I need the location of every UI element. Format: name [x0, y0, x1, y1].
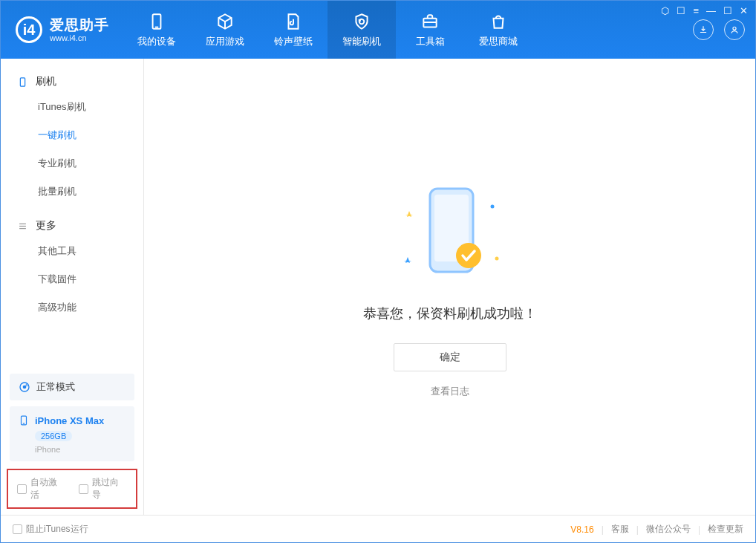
svg-rect-4: [20, 77, 25, 85]
svg-point-3: [733, 27, 736, 30]
maximize-icon[interactable]: ☐: [723, 5, 732, 16]
nav-apps-games[interactable]: 应用游戏: [191, 1, 259, 59]
checkbox-label: 阻止iTunes运行: [26, 523, 88, 536]
status-bar: 阻止iTunes运行 V8.16 | 客服 | 微信公众号 | 检查更新: [1, 515, 755, 543]
user-button[interactable]: [724, 19, 745, 40]
sidebar: 刷机 iTunes刷机 一键刷机 专业刷机 批量刷机 更多 其他工具 下载固件 …: [1, 59, 144, 515]
footer-link-wechat[interactable]: 微信公众号: [646, 523, 691, 536]
nav-my-device[interactable]: 我的设备: [123, 1, 191, 59]
sidebar-section-flash: 刷机: [1, 71, 143, 93]
device-type: iPhone: [35, 445, 126, 454]
menu-icon[interactable]: ≡: [693, 5, 699, 16]
nav-label: 应用游戏: [206, 35, 244, 48]
sidebar-item-firmware[interactable]: 下载固件: [1, 265, 143, 293]
section-title: 刷机: [36, 75, 56, 88]
toolbox-icon: [420, 12, 440, 31]
footer-link-support[interactable]: 客服: [611, 523, 629, 536]
app-url: www.i4.cn: [50, 33, 109, 43]
sidebar-section-more: 更多: [1, 215, 143, 237]
footer-link-update[interactable]: 检查更新: [708, 523, 743, 536]
svg-point-9: [23, 386, 27, 389]
checkbox-label: 跳过向导: [92, 476, 127, 501]
device-card[interactable]: iPhone XS Max 256GB iPhone: [10, 406, 134, 461]
device-mode-label: 正常模式: [36, 380, 75, 394]
device-name: iPhone XS Max: [35, 415, 104, 426]
phone-icon: [147, 12, 166, 31]
options-highlight-box: 自动激活 跳过向导: [7, 469, 137, 509]
svg-point-19: [456, 243, 481, 268]
download-button[interactable]: [693, 19, 714, 40]
device-storage-badge: 256GB: [35, 431, 72, 441]
sidebar-item-oneclick-flash[interactable]: 一键刷机: [1, 121, 143, 149]
svg-point-10: [26, 384, 28, 386]
auto-activate-checkbox[interactable]: 自动激活: [17, 476, 65, 501]
logo[interactable]: i4 爱思助手 www.i4.cn: [1, 1, 123, 59]
success-illustration: [387, 175, 513, 287]
device-mode-card[interactable]: 正常模式: [10, 374, 134, 400]
nav-label: 爱思商城: [479, 35, 518, 48]
bag-icon: [489, 12, 508, 31]
mode-icon: [19, 381, 30, 393]
sidebar-item-other-tools[interactable]: 其他工具: [1, 237, 143, 265]
main-content: 恭喜您，保资料刷机成功啦！ 确定 查看日志: [144, 59, 755, 515]
nav-label: 铃声壁纸: [274, 35, 313, 48]
phone-outline-icon: [17, 77, 28, 88]
nav-label: 我的设备: [137, 35, 176, 48]
window-controls: ⬡ ☐ ≡ — ☐ ✕: [661, 5, 748, 16]
version-label: V8.16: [570, 524, 593, 535]
list-icon: [17, 221, 28, 232]
shirt-icon[interactable]: ⬡: [661, 5, 669, 16]
feedback-icon[interactable]: ☐: [677, 5, 685, 16]
close-icon[interactable]: ✕: [740, 5, 748, 16]
checkbox-icon: [13, 524, 22, 534]
app-name: 爱思助手: [50, 17, 109, 33]
svg-point-16: [495, 257, 498, 261]
checkbox-icon: [79, 484, 88, 494]
app-header: ⬡ ☐ ≡ — ☐ ✕ i4 爱思助手 www.i4.cn 我的设备 应用游戏 …: [1, 1, 755, 59]
svg-marker-15: [404, 257, 411, 263]
section-title: 更多: [36, 219, 56, 233]
nav-toolbox[interactable]: 工具箱: [396, 1, 464, 59]
sidebar-item-pro-flash[interactable]: 专业刷机: [1, 149, 143, 178]
minimize-icon[interactable]: —: [706, 5, 716, 16]
nav-store[interactable]: 爱思商城: [464, 1, 532, 59]
checkbox-label: 自动激活: [30, 476, 65, 501]
svg-marker-13: [405, 211, 413, 217]
block-itunes-checkbox[interactable]: 阻止iTunes运行: [13, 523, 88, 536]
logo-icon: i4: [16, 16, 42, 43]
checkbox-icon: [17, 484, 27, 494]
ok-button[interactable]: 确定: [394, 343, 506, 371]
shield-refresh-icon: [352, 12, 371, 31]
device-phone-icon: [19, 414, 29, 427]
nav-tabs: 我的设备 应用游戏 铃声壁纸 智能刷机 工具箱 爱思商城: [123, 1, 532, 59]
sidebar-item-advanced[interactable]: 高级功能: [1, 293, 143, 322]
view-log-link[interactable]: 查看日志: [431, 385, 469, 398]
device-block: 正常模式 iPhone XS Max 256GB iPhone: [1, 366, 143, 469]
cube-icon: [215, 12, 235, 31]
success-message: 恭喜您，保资料刷机成功啦！: [363, 305, 537, 322]
svg-point-14: [490, 205, 494, 209]
nav-ringtones[interactable]: 铃声壁纸: [259, 1, 328, 59]
music-file-icon: [284, 12, 303, 31]
skip-guide-checkbox[interactable]: 跳过向导: [79, 476, 127, 501]
sidebar-item-itunes-flash[interactable]: iTunes刷机: [1, 93, 143, 121]
sidebar-item-batch-flash[interactable]: 批量刷机: [1, 178, 143, 206]
nav-label: 智能刷机: [342, 35, 381, 48]
nav-label: 工具箱: [416, 35, 445, 48]
nav-smart-flash[interactable]: 智能刷机: [328, 1, 396, 59]
